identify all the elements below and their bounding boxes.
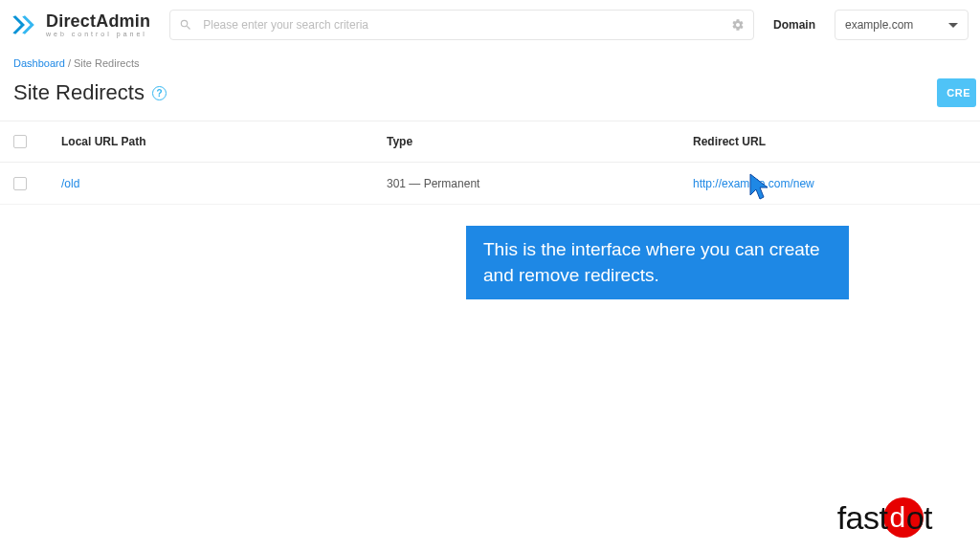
create-button[interactable]: CRE — [937, 78, 976, 107]
header: DirectAdmin web control panel Domain exa… — [0, 0, 980, 50]
domain-select[interactable]: example.com — [835, 10, 969, 40]
breadcrumb: Dashboard / Site Redirects — [0, 50, 980, 75]
search-icon — [179, 18, 192, 32]
logo-icon — [11, 11, 38, 38]
col-type: Type — [387, 135, 693, 148]
breadcrumb-root[interactable]: Dashboard — [13, 57, 65, 69]
row-checkbox[interactable] — [13, 177, 27, 190]
search-wrapper — [169, 10, 754, 40]
row-type: 301 — Permanent — [387, 177, 693, 190]
page-title: Site Redirects — [13, 80, 145, 105]
logo-subtitle: web control panel — [46, 31, 150, 37]
title-row: Site Redirects ? CRE — [0, 75, 980, 121]
table-row: /old 301 — Permanent http://example.com/… — [0, 163, 980, 205]
gear-icon[interactable] — [731, 18, 745, 32]
redirects-table: Local URL Path Type Redirect URL /old 30… — [0, 121, 980, 205]
chevron-down-icon — [948, 23, 958, 28]
tutorial-tooltip: This is the interface where you can crea… — [466, 226, 849, 299]
page-title-wrap: Site Redirects ? — [13, 80, 167, 105]
breadcrumb-current: Site Redirects — [74, 57, 139, 69]
domain-selected: example.com — [845, 18, 913, 32]
col-path: Local URL Path — [61, 135, 387, 148]
fastdot-brand: fastdot — [837, 497, 963, 538]
col-redirect: Redirect URL — [693, 135, 967, 148]
help-icon[interactable]: ? — [152, 86, 167, 100]
select-all-checkbox[interactable] — [13, 135, 27, 148]
row-path-link[interactable]: /old — [61, 177, 79, 190]
table-header: Local URL Path Type Redirect URL — [0, 121, 980, 163]
logo-title: DirectAdmin — [46, 12, 150, 30]
domain-label: Domain — [773, 18, 815, 32]
search-input[interactable] — [169, 10, 754, 40]
row-redirect-link[interactable]: http://example.com/new — [693, 177, 814, 190]
logo[interactable]: DirectAdmin web control panel — [11, 11, 150, 38]
